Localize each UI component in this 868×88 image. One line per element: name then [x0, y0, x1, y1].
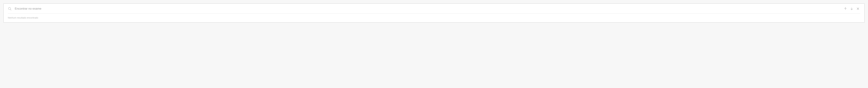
arrow-up-icon[interactable]: [844, 7, 847, 10]
arrow-down-icon[interactable]: [850, 7, 853, 10]
find-in-exam-panel: Nenhum resultado encontrado: [3, 3, 865, 23]
close-icon[interactable]: [856, 7, 860, 10]
svg-line-1: [10, 9, 11, 10]
no-results-text: Nenhum resultado encontrado: [8, 16, 38, 19]
search-content: [8, 5, 860, 14]
search-icon: [8, 7, 12, 10]
search-input[interactable]: [15, 7, 844, 10]
nav-icons: [844, 7, 860, 10]
search-row-wrapper: [4, 4, 864, 14]
status-row: Nenhum resultado encontrado: [4, 14, 864, 22]
